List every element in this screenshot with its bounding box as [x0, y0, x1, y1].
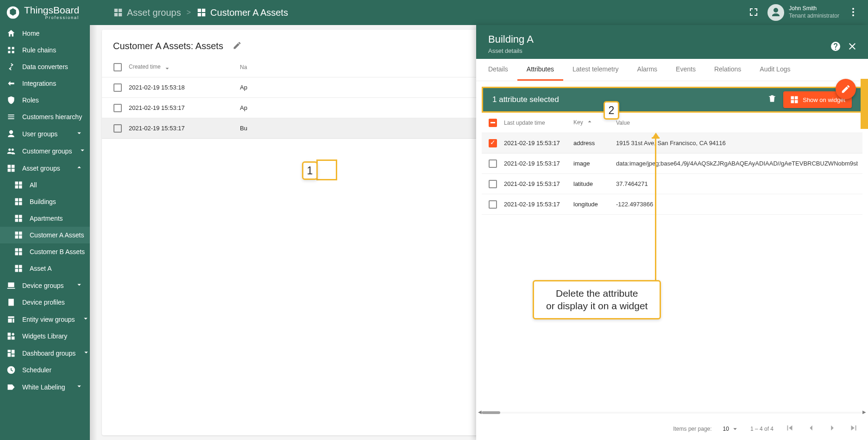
pager-prev-icon[interactable] [806, 423, 816, 434]
attr-checkbox[interactable] [489, 200, 497, 209]
tab-details[interactable]: Details [479, 59, 517, 81]
tab-events[interactable]: Events [667, 59, 705, 81]
attr-row[interactable]: 2021-02-19 15:53:17imagedata:image/jpeg;… [482, 153, 862, 174]
sidebar-item-customer-groups[interactable]: Customer groups [0, 142, 90, 159]
sidebar-item-rule-chains[interactable]: Rule chains [0, 42, 90, 58]
chevron-down-icon[interactable] [75, 129, 83, 139]
fullscreen-icon[interactable] [748, 6, 759, 19]
delete-icon[interactable] [767, 94, 777, 106]
close-icon[interactable] [847, 41, 858, 53]
pager-last-icon[interactable] [849, 423, 859, 434]
chevron-up-icon[interactable] [75, 163, 83, 173]
sidebar-item-asset-a[interactable]: Asset A [0, 260, 90, 277]
chevron-down-icon[interactable] [75, 382, 83, 392]
attr-checkbox[interactable] [489, 159, 497, 168]
checkbox-indeterminate[interactable] [489, 119, 497, 127]
sidebar-item-roles[interactable]: Roles [0, 92, 90, 108]
sidebar-item-white-labeling[interactable]: White Labeling [0, 378, 90, 395]
sidebar-item-user-groups[interactable]: User groups [0, 125, 90, 142]
horizontal-scrollbar[interactable]: ◀ ▶ [482, 410, 862, 415]
cell-created: 2021-02-19 15:53:17 [129, 104, 240, 111]
sort-desc-icon[interactable] [162, 64, 170, 70]
fab-edit[interactable] [836, 79, 856, 99]
sidebar-item-customers-hierarchy[interactable]: Customers hierarchy [0, 108, 90, 125]
sidebar-item-integrations[interactable]: Integrations [0, 75, 90, 92]
sidebar-item-scheduler[interactable]: Scheduler [0, 362, 90, 378]
asset-icon [14, 230, 23, 240]
sidebar-item-label: Buildings [30, 198, 56, 205]
topbar: ThingsBoard Professional Asset groups > … [0, 0, 868, 25]
callout-line-v [655, 137, 656, 281]
chevron-down-icon[interactable] [75, 281, 83, 290]
sidebar-item-label: Entity view groups [22, 316, 75, 323]
tab-audit-logs[interactable]: Audit Logs [750, 59, 799, 81]
row-checkbox[interactable] [113, 124, 122, 133]
sort-asc-icon[interactable] [585, 119, 593, 126]
chevron-down-icon[interactable] [78, 146, 87, 156]
attr-value: data:image/jpeg;base64,/9j/4AAQSkZJRgABA… [616, 160, 858, 167]
sidebar-item-label: Customer groups [22, 147, 72, 155]
user-block[interactable]: John Smith Tenant administrator [767, 4, 839, 21]
attr-key: longitude [573, 201, 616, 208]
sidebar-item-buildings[interactable]: Buildings [0, 193, 90, 210]
col-value[interactable]: Value [616, 120, 858, 126]
checkbox-all[interactable] [113, 63, 122, 71]
pager-first-icon[interactable] [785, 423, 795, 434]
tab-attributes[interactable]: Attributes [517, 59, 563, 81]
sidebar-item-device-groups[interactable]: Device groups [0, 277, 90, 294]
col-key[interactable]: Key [573, 119, 583, 126]
highlight-right-strip [861, 79, 868, 129]
callout-1: 1 [302, 161, 318, 180]
attr-checkbox[interactable] [489, 139, 497, 147]
asset-icon [14, 214, 23, 223]
sidebar-item-asset-groups[interactable]: Asset groups [0, 159, 90, 177]
chevron-down-icon[interactable] [82, 348, 90, 358]
cell-created: 2021-02-19 15:53:17 [129, 125, 240, 132]
attr-row[interactable]: 2021-02-19 15:53:17address1915 31st Ave,… [482, 133, 862, 153]
col-lut[interactable]: Last update time [504, 120, 573, 126]
breadcrumb-current: Customer A Assets [196, 7, 288, 18]
tab-alarms[interactable]: Alarms [628, 59, 667, 81]
rule-icon [6, 45, 16, 55]
tab-latest-telemetry[interactable]: Latest telemetry [563, 59, 628, 81]
sidebar-item-apartments[interactable]: Apartments [0, 210, 90, 227]
dashboard-icon [6, 349, 16, 358]
help-icon[interactable] [830, 41, 841, 53]
integrations-icon [6, 79, 16, 88]
col-created[interactable]: Created time [129, 64, 161, 70]
callout-2: 2 [604, 101, 619, 120]
selection-bar: 1 attribute selected Show on widget [482, 87, 862, 113]
sidebar-item-device-profiles[interactable]: Device profiles [0, 294, 90, 311]
row-checkbox[interactable] [113, 83, 122, 92]
pager-next-icon[interactable] [827, 423, 837, 434]
breadcrumb-root[interactable]: Asset groups [113, 7, 181, 18]
sidebar-item-widgets-library[interactable]: Widgets Library [0, 328, 90, 344]
sidebar-item-home[interactable]: Home [0, 25, 90, 42]
convert-icon [6, 62, 16, 71]
attr-row[interactable]: 2021-02-19 15:53:17latitude37.7464271 [482, 174, 862, 194]
sidebar-item-customer-a-assets[interactable]: Customer A Assets [0, 227, 90, 243]
shield-icon [6, 96, 16, 105]
attr-row[interactable]: 2021-02-19 15:53:17longitude-122.4973866 [482, 194, 862, 215]
attr-checkbox[interactable] [489, 180, 497, 188]
logo[interactable]: ThingsBoard Professional [6, 5, 104, 20]
row-checkbox[interactable] [113, 104, 122, 112]
logo-icon [6, 5, 20, 20]
more-icon[interactable] [848, 6, 859, 19]
tab-relations[interactable]: Relations [705, 59, 750, 81]
sidebar[interactable]: HomeRule chainsData convertersIntegratio… [0, 25, 90, 440]
sidebar-item-data-converters[interactable]: Data converters [0, 58, 90, 75]
view-icon [6, 315, 16, 324]
sidebar-item-entity-view-groups[interactable]: Entity view groups [0, 311, 90, 328]
edit-icon[interactable] [233, 41, 242, 51]
ipp-select[interactable]: 10 [723, 425, 739, 433]
chevron-down-icon[interactable] [82, 314, 90, 324]
topbar-actions: John Smith Tenant administrator [748, 4, 868, 21]
sidebar-item-dashboard-groups[interactable]: Dashboard groups [0, 344, 90, 362]
ipp-label: Items per page: [673, 426, 711, 432]
list-icon [6, 112, 16, 121]
sidebar-item-all[interactable]: All [0, 177, 90, 193]
sidebar-item-customer-b-assets[interactable]: Customer B Assets [0, 243, 90, 260]
breadcrumb-sep: > [187, 8, 191, 17]
pager: Items per page: 10 1 – 4 of 4 [673, 423, 859, 434]
